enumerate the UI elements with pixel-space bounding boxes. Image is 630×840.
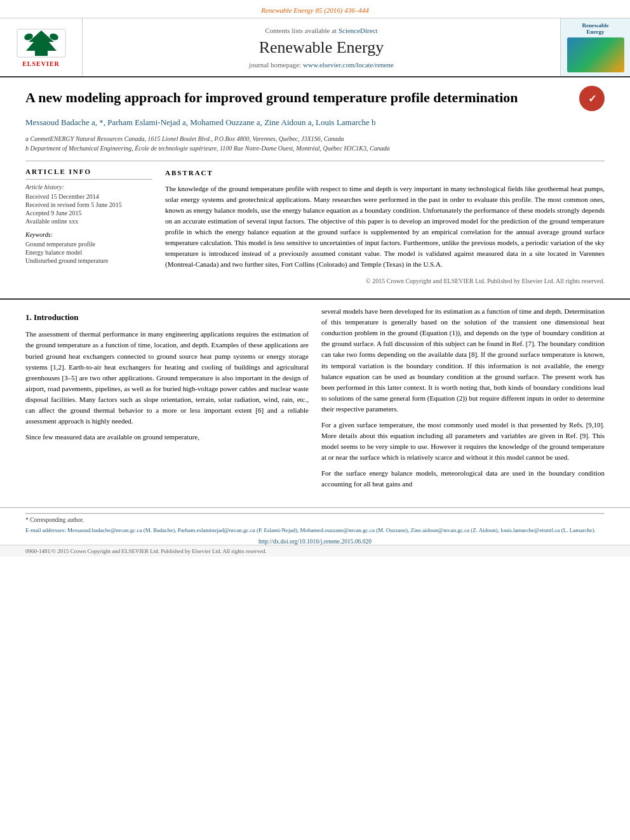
- affiliation-b: b Department of Mechanical Engineering, …: [25, 143, 605, 153]
- elsevier-logo: ELSEVIER: [0, 18, 83, 76]
- article-title: A new modeling approach for improved gro…: [25, 89, 605, 107]
- sciencedirect-link[interactable]: ScienceDirect: [338, 27, 378, 34]
- intro-para2: Since few measured data are available on…: [25, 432, 309, 443]
- bottom-bar: 0960-1481/© 2015 Crown Copyright and ELS…: [0, 545, 630, 557]
- footnote-area: * Corresponding author. E-mail addresses…: [0, 507, 630, 545]
- main-col-left: 1. Introduction The assessment of therma…: [25, 306, 309, 495]
- affiliations: a CanmetENERGY Natural Resources Canada,…: [25, 134, 605, 153]
- journal-title-area: Contents lists available at ScienceDirec…: [83, 18, 560, 76]
- article-history-label: Article history:: [25, 183, 152, 190]
- main-col-right: several models have been developed for i…: [321, 306, 605, 495]
- article-info-col: ARTICLE INFO Article history: Received 1…: [25, 168, 152, 286]
- copyright-line: © 2015 Crown Copyright and ELSEVIER Ltd.…: [165, 276, 605, 286]
- doi-line: http://dx.doi.org/10.1016/j.renene.2015.…: [25, 538, 605, 545]
- page: Renewable Energy 85 (2016) 436–444 ELSEV…: [0, 0, 630, 840]
- intro-para3: several models have been developed for i…: [321, 306, 605, 414]
- abstract-header: ABSTRACT: [165, 168, 605, 178]
- journal-main-title: Renewable Energy: [259, 38, 384, 57]
- received-revised: Received in revised form 5 June 2015: [25, 201, 152, 208]
- journal-ref: Renewable Energy 85 (2016) 436–444: [261, 6, 368, 14]
- footnote-divider: [25, 513, 605, 514]
- intro-para4: For a given surface temperature, the mos…: [321, 420, 605, 463]
- keyword-1: Ground temperature profile: [25, 241, 152, 248]
- thumbnail-visual: [567, 37, 624, 72]
- article-two-col: ARTICLE INFO Article history: Received 1…: [25, 168, 605, 286]
- email-label: E-mail addresses:: [25, 527, 66, 533]
- contents-line: Contents lists available at ScienceDirec…: [265, 27, 377, 34]
- article-divider: [25, 161, 605, 161]
- abstract-col: ABSTRACT The knowledge of the ground tem…: [165, 168, 605, 286]
- accepted-date: Accepted 9 June 2015: [25, 210, 152, 217]
- crossmark-badge: ✓: [579, 86, 605, 111]
- doi-link[interactable]: http://dx.doi.org/10.1016/j.renene.2015.…: [258, 538, 372, 545]
- svg-text:✓: ✓: [588, 93, 596, 104]
- email-line: E-mail addresses: Messaoud.badache@nrcan…: [25, 526, 605, 535]
- keyword-2: Energy balance model: [25, 249, 152, 256]
- elsevier-logo-img: [13, 27, 70, 59]
- keywords-section: Keywords: Ground temperature profile Ene…: [25, 231, 152, 264]
- intro-para5: For the surface energy balance models, m…: [321, 468, 605, 490]
- intro-section-title: 1. Introduction: [25, 311, 309, 324]
- section-number: 1. Introduction: [25, 312, 79, 322]
- main-content: 1. Introduction The assessment of therma…: [0, 298, 630, 507]
- emails-text: Messaoud.badache@nrcan.gc.ca (M. Badache…: [67, 527, 596, 533]
- affiliation-a: a CanmetENERGY Natural Resources Canada,…: [25, 134, 605, 143]
- authors-line: Messaoud Badache a, *, Parham Eslami-Nej…: [25, 116, 605, 130]
- intro-para1: The assessment of thermal performance in…: [25, 329, 309, 426]
- keyword-3: Undisturbed ground temperature: [25, 257, 152, 264]
- crossmark-icon: ✓: [579, 86, 605, 111]
- homepage-link[interactable]: www.elsevier.com/locate/renene: [303, 61, 394, 69]
- available-online: Available online xxx: [25, 218, 152, 225]
- received-date: Received 15 December 2014: [25, 193, 152, 200]
- thumbnail-title: RenewableEnergy: [582, 22, 609, 35]
- elsevier-tree-svg: [16, 28, 67, 58]
- keywords-label: Keywords:: [25, 231, 152, 238]
- main-two-col: 1. Introduction The assessment of therma…: [25, 306, 605, 495]
- header-bar: ELSEVIER Contents lists available at Sci…: [0, 18, 630, 77]
- journal-header: Renewable Energy 85 (2016) 436–444: [0, 0, 630, 18]
- abstract-text: The knowledge of the ground temperature …: [165, 183, 605, 270]
- crossmark-svg: ✓: [580, 87, 603, 110]
- elsevier-text: ELSEVIER: [22, 60, 60, 67]
- bottom-bar-text: 0960-1481/© 2015 Crown Copyright and ELS…: [25, 548, 267, 554]
- article-body: ✓ A new modeling approach for improved g…: [0, 77, 630, 292]
- corresponding-label: * Corresponding author.: [25, 517, 605, 523]
- journal-thumbnail: RenewableEnergy: [560, 18, 630, 76]
- article-info-header: ARTICLE INFO: [25, 168, 152, 175]
- info-divider: [25, 179, 152, 180]
- homepage-line: journal homepage: www.elsevier.com/locat…: [249, 61, 394, 69]
